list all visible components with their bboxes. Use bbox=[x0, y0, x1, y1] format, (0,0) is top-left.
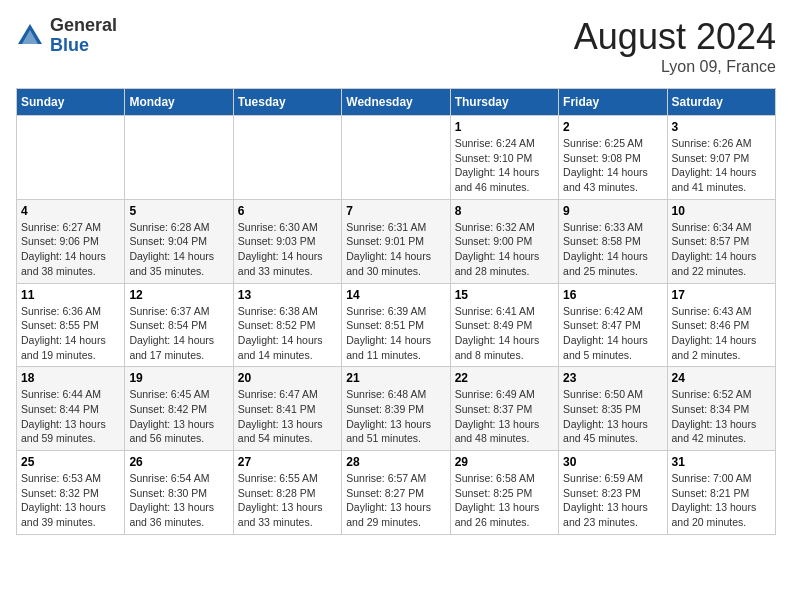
calendar-cell: 25Sunrise: 6:53 AMSunset: 8:32 PMDayligh… bbox=[17, 451, 125, 535]
logo-text: General Blue bbox=[50, 16, 117, 56]
calendar-week-row: 4Sunrise: 6:27 AMSunset: 9:06 PMDaylight… bbox=[17, 199, 776, 283]
calendar-cell: 19Sunrise: 6:45 AMSunset: 8:42 PMDayligh… bbox=[125, 367, 233, 451]
logo-general-text: General bbox=[50, 16, 117, 36]
month-year-title: August 2024 bbox=[574, 16, 776, 58]
logo-icon bbox=[16, 22, 44, 50]
day-number: 12 bbox=[129, 288, 228, 302]
calendar-cell: 31Sunrise: 7:00 AMSunset: 8:21 PMDayligh… bbox=[667, 451, 775, 535]
calendar-week-row: 25Sunrise: 6:53 AMSunset: 8:32 PMDayligh… bbox=[17, 451, 776, 535]
calendar-cell: 12Sunrise: 6:37 AMSunset: 8:54 PMDayligh… bbox=[125, 283, 233, 367]
title-block: August 2024 Lyon 09, France bbox=[574, 16, 776, 76]
day-number: 15 bbox=[455, 288, 554, 302]
day-number: 25 bbox=[21, 455, 120, 469]
day-info: Sunrise: 6:50 AMSunset: 8:35 PMDaylight:… bbox=[563, 387, 662, 446]
day-number: 6 bbox=[238, 204, 337, 218]
calendar-cell: 5Sunrise: 6:28 AMSunset: 9:04 PMDaylight… bbox=[125, 199, 233, 283]
day-info: Sunrise: 6:33 AMSunset: 8:58 PMDaylight:… bbox=[563, 220, 662, 279]
day-number: 10 bbox=[672, 204, 771, 218]
day-info: Sunrise: 6:30 AMSunset: 9:03 PMDaylight:… bbox=[238, 220, 337, 279]
calendar-cell: 9Sunrise: 6:33 AMSunset: 8:58 PMDaylight… bbox=[559, 199, 667, 283]
calendar-cell: 27Sunrise: 6:55 AMSunset: 8:28 PMDayligh… bbox=[233, 451, 341, 535]
day-number: 3 bbox=[672, 120, 771, 134]
location-subtitle: Lyon 09, France bbox=[574, 58, 776, 76]
calendar-cell: 18Sunrise: 6:44 AMSunset: 8:44 PMDayligh… bbox=[17, 367, 125, 451]
calendar-cell: 8Sunrise: 6:32 AMSunset: 9:00 PMDaylight… bbox=[450, 199, 558, 283]
calendar-cell bbox=[233, 116, 341, 200]
column-header-thursday: Thursday bbox=[450, 89, 558, 116]
day-number: 30 bbox=[563, 455, 662, 469]
calendar-cell: 15Sunrise: 6:41 AMSunset: 8:49 PMDayligh… bbox=[450, 283, 558, 367]
day-info: Sunrise: 6:38 AMSunset: 8:52 PMDaylight:… bbox=[238, 304, 337, 363]
calendar-cell: 14Sunrise: 6:39 AMSunset: 8:51 PMDayligh… bbox=[342, 283, 450, 367]
calendar-cell: 22Sunrise: 6:49 AMSunset: 8:37 PMDayligh… bbox=[450, 367, 558, 451]
day-info: Sunrise: 6:37 AMSunset: 8:54 PMDaylight:… bbox=[129, 304, 228, 363]
page-header: General Blue August 2024 Lyon 09, France bbox=[16, 16, 776, 76]
logo: General Blue bbox=[16, 16, 117, 56]
calendar-cell: 2Sunrise: 6:25 AMSunset: 9:08 PMDaylight… bbox=[559, 116, 667, 200]
day-number: 28 bbox=[346, 455, 445, 469]
day-info: Sunrise: 6:31 AMSunset: 9:01 PMDaylight:… bbox=[346, 220, 445, 279]
day-number: 14 bbox=[346, 288, 445, 302]
day-info: Sunrise: 6:43 AMSunset: 8:46 PMDaylight:… bbox=[672, 304, 771, 363]
day-number: 29 bbox=[455, 455, 554, 469]
day-info: Sunrise: 6:59 AMSunset: 8:23 PMDaylight:… bbox=[563, 471, 662, 530]
column-header-saturday: Saturday bbox=[667, 89, 775, 116]
calendar-week-row: 1Sunrise: 6:24 AMSunset: 9:10 PMDaylight… bbox=[17, 116, 776, 200]
calendar-cell: 13Sunrise: 6:38 AMSunset: 8:52 PMDayligh… bbox=[233, 283, 341, 367]
day-info: Sunrise: 6:57 AMSunset: 8:27 PMDaylight:… bbox=[346, 471, 445, 530]
calendar-cell: 30Sunrise: 6:59 AMSunset: 8:23 PMDayligh… bbox=[559, 451, 667, 535]
calendar-cell bbox=[17, 116, 125, 200]
day-number: 16 bbox=[563, 288, 662, 302]
day-number: 1 bbox=[455, 120, 554, 134]
calendar-week-row: 18Sunrise: 6:44 AMSunset: 8:44 PMDayligh… bbox=[17, 367, 776, 451]
logo-blue-text: Blue bbox=[50, 36, 117, 56]
day-info: Sunrise: 6:49 AMSunset: 8:37 PMDaylight:… bbox=[455, 387, 554, 446]
calendar-cell: 21Sunrise: 6:48 AMSunset: 8:39 PMDayligh… bbox=[342, 367, 450, 451]
day-number: 24 bbox=[672, 371, 771, 385]
calendar-table: SundayMondayTuesdayWednesdayThursdayFrid… bbox=[16, 88, 776, 535]
day-info: Sunrise: 6:55 AMSunset: 8:28 PMDaylight:… bbox=[238, 471, 337, 530]
column-header-tuesday: Tuesday bbox=[233, 89, 341, 116]
day-info: Sunrise: 6:41 AMSunset: 8:49 PMDaylight:… bbox=[455, 304, 554, 363]
calendar-cell: 6Sunrise: 6:30 AMSunset: 9:03 PMDaylight… bbox=[233, 199, 341, 283]
day-info: Sunrise: 6:44 AMSunset: 8:44 PMDaylight:… bbox=[21, 387, 120, 446]
day-number: 27 bbox=[238, 455, 337, 469]
calendar-cell: 24Sunrise: 6:52 AMSunset: 8:34 PMDayligh… bbox=[667, 367, 775, 451]
day-number: 21 bbox=[346, 371, 445, 385]
day-info: Sunrise: 6:42 AMSunset: 8:47 PMDaylight:… bbox=[563, 304, 662, 363]
day-number: 22 bbox=[455, 371, 554, 385]
calendar-cell: 10Sunrise: 6:34 AMSunset: 8:57 PMDayligh… bbox=[667, 199, 775, 283]
column-header-sunday: Sunday bbox=[17, 89, 125, 116]
calendar-cell: 29Sunrise: 6:58 AMSunset: 8:25 PMDayligh… bbox=[450, 451, 558, 535]
calendar-cell: 1Sunrise: 6:24 AMSunset: 9:10 PMDaylight… bbox=[450, 116, 558, 200]
day-number: 11 bbox=[21, 288, 120, 302]
day-info: Sunrise: 6:24 AMSunset: 9:10 PMDaylight:… bbox=[455, 136, 554, 195]
day-number: 23 bbox=[563, 371, 662, 385]
day-info: Sunrise: 6:54 AMSunset: 8:30 PMDaylight:… bbox=[129, 471, 228, 530]
day-info: Sunrise: 6:27 AMSunset: 9:06 PMDaylight:… bbox=[21, 220, 120, 279]
day-number: 26 bbox=[129, 455, 228, 469]
calendar-cell bbox=[125, 116, 233, 200]
day-info: Sunrise: 6:45 AMSunset: 8:42 PMDaylight:… bbox=[129, 387, 228, 446]
day-number: 7 bbox=[346, 204, 445, 218]
day-info: Sunrise: 6:47 AMSunset: 8:41 PMDaylight:… bbox=[238, 387, 337, 446]
day-info: Sunrise: 7:00 AMSunset: 8:21 PMDaylight:… bbox=[672, 471, 771, 530]
day-info: Sunrise: 6:34 AMSunset: 8:57 PMDaylight:… bbox=[672, 220, 771, 279]
calendar-cell: 20Sunrise: 6:47 AMSunset: 8:41 PMDayligh… bbox=[233, 367, 341, 451]
column-header-wednesday: Wednesday bbox=[342, 89, 450, 116]
day-info: Sunrise: 6:36 AMSunset: 8:55 PMDaylight:… bbox=[21, 304, 120, 363]
day-number: 9 bbox=[563, 204, 662, 218]
day-number: 20 bbox=[238, 371, 337, 385]
calendar-cell: 17Sunrise: 6:43 AMSunset: 8:46 PMDayligh… bbox=[667, 283, 775, 367]
day-info: Sunrise: 6:25 AMSunset: 9:08 PMDaylight:… bbox=[563, 136, 662, 195]
calendar-cell: 11Sunrise: 6:36 AMSunset: 8:55 PMDayligh… bbox=[17, 283, 125, 367]
day-info: Sunrise: 6:28 AMSunset: 9:04 PMDaylight:… bbox=[129, 220, 228, 279]
calendar-header-row: SundayMondayTuesdayWednesdayThursdayFrid… bbox=[17, 89, 776, 116]
day-info: Sunrise: 6:39 AMSunset: 8:51 PMDaylight:… bbox=[346, 304, 445, 363]
day-number: 5 bbox=[129, 204, 228, 218]
day-info: Sunrise: 6:52 AMSunset: 8:34 PMDaylight:… bbox=[672, 387, 771, 446]
calendar-cell: 28Sunrise: 6:57 AMSunset: 8:27 PMDayligh… bbox=[342, 451, 450, 535]
day-number: 8 bbox=[455, 204, 554, 218]
day-info: Sunrise: 6:32 AMSunset: 9:00 PMDaylight:… bbox=[455, 220, 554, 279]
day-number: 19 bbox=[129, 371, 228, 385]
